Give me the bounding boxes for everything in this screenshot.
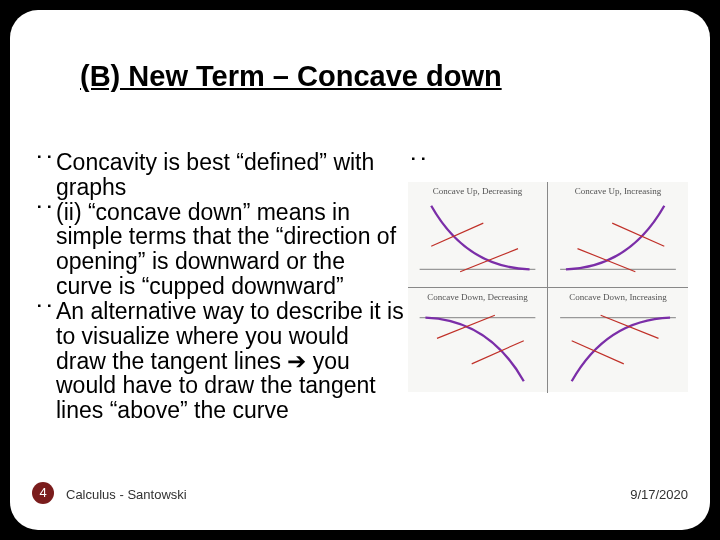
svg-line-10: [572, 341, 624, 364]
svg-line-8: [472, 341, 524, 364]
date-text: 9/17/2020: [630, 487, 688, 502]
bullet-3: ་་ An alternative way to describe it is …: [34, 299, 404, 423]
figure-cell-concave-down-decreasing: Concave Down, Decreasing: [408, 288, 548, 393]
svg-line-1: [431, 223, 483, 246]
footer-text: Calculus - Santowski: [66, 487, 187, 502]
figure-cell-concave-up-decreasing: Concave Up, Decreasing: [408, 182, 548, 287]
svg-line-4: [578, 249, 636, 272]
svg-line-7: [437, 315, 495, 338]
bullet-text: An alternative way to describe it is to …: [56, 299, 404, 423]
text-pre: An alternative way to describe it is to …: [56, 298, 404, 374]
bullet-icon: ་་: [408, 153, 428, 176]
body-text: ་་ Concavity is best “defined” with grap…: [34, 150, 404, 423]
figure-caption: Concave Up, Increasing: [548, 186, 688, 196]
slide: (B) New Term – Concave down ་་ ་་ Concav…: [10, 10, 710, 530]
bullet-icon: ་་: [34, 299, 56, 324]
bullet-icon: ་་: [34, 150, 56, 175]
figure-cell-concave-down-increasing: Concave Down, Increasing: [548, 288, 688, 393]
svg-line-2: [460, 249, 518, 272]
bullet-text: Concavity is best “defined” with graphs: [56, 150, 404, 200]
svg-line-11: [601, 315, 659, 338]
bullet-2: ་་ (ii) “concave down” means in simple t…: [34, 200, 404, 299]
figure-caption: Concave Down, Decreasing: [408, 292, 547, 302]
concavity-figure: Concave Up, Decreasing Concave Up, Incre…: [408, 182, 688, 392]
page-number-badge: 4: [32, 482, 54, 504]
svg-line-5: [612, 223, 664, 246]
figure-caption: Concave Up, Decreasing: [408, 186, 547, 196]
arrow-icon: ➔: [287, 348, 306, 374]
slide-title: (B) New Term – Concave down: [80, 60, 502, 93]
figure-cell-concave-up-increasing: Concave Up, Increasing: [548, 182, 688, 287]
bullet-text: (ii) “concave down” means in simple term…: [56, 200, 404, 299]
figure-caption: Concave Down, Increasing: [548, 292, 688, 302]
bullet-1: ་་ Concavity is best “defined” with grap…: [34, 150, 404, 200]
bullet-icon: ་་: [34, 200, 56, 225]
